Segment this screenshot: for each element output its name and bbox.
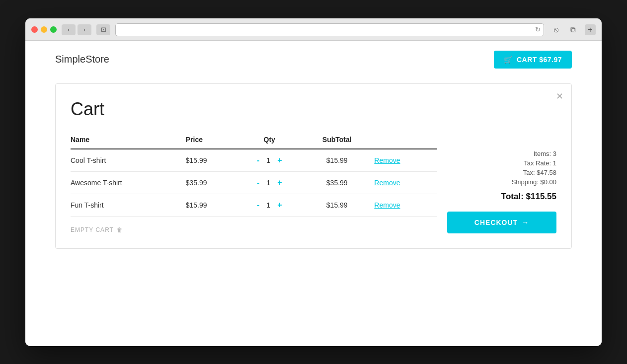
- summary-tax: Tax: $47.58: [447, 169, 556, 176]
- table-row: Awesome T-shirt $35.99 - 1 + $35.99: [71, 171, 437, 194]
- traffic-light-green[interactable]: [50, 26, 57, 33]
- qty-controls-3: - 1 +: [239, 201, 300, 209]
- store-header: SimpleStore 🛒 CART $67.97: [25, 41, 602, 78]
- checkout-icon: →: [522, 218, 529, 226]
- item-qty-cell-2: - 1 +: [239, 171, 305, 194]
- summary-tax-rate: Tax Rate: 1: [447, 159, 556, 167]
- cart-body: Name Price Qty SubTotal Cool T-shirt: [71, 132, 556, 233]
- cart-table-section: Name Price Qty SubTotal Cool T-shirt: [71, 132, 437, 233]
- fullscreen-button[interactable]: ⧉: [566, 24, 580, 35]
- cart-button-label: CART $67.97: [517, 56, 562, 64]
- item-price-1: $15.99: [186, 149, 239, 172]
- tab-button[interactable]: ⊡: [96, 24, 110, 35]
- item-price-2: $35.99: [186, 171, 239, 194]
- qty-increase-2[interactable]: +: [276, 179, 283, 187]
- empty-cart-label: EMPTY CART: [71, 226, 114, 233]
- checkout-button[interactable]: CHECKOUT →: [447, 212, 556, 233]
- browser-actions: ⎋ ⧉: [549, 24, 580, 35]
- remove-button-2[interactable]: Remove: [374, 179, 400, 187]
- forward-button[interactable]: ›: [78, 24, 91, 35]
- qty-decrease-2[interactable]: -: [256, 179, 260, 187]
- qty-value-2: 1: [264, 179, 272, 187]
- qty-controls-1: - 1 +: [239, 156, 300, 164]
- traffic-light-red[interactable]: [31, 26, 38, 33]
- item-name-1: Cool T-shirt: [71, 149, 186, 172]
- summary-items: Items: 3: [447, 150, 556, 157]
- share-button[interactable]: ⎋: [549, 24, 563, 35]
- qty-decrease-3[interactable]: -: [256, 201, 260, 209]
- qty-value-3: 1: [264, 201, 272, 209]
- cart-table: Name Price Qty SubTotal Cool T-shirt: [71, 132, 437, 217]
- cart-summary: Items: 3 Tax Rate: 1 Tax: $47.58 Shippin…: [447, 132, 556, 233]
- checkout-label: CHECKOUT: [474, 218, 518, 226]
- cart-button[interactable]: 🛒 CART $67.97: [494, 51, 572, 69]
- item-qty-cell-1: - 1 +: [239, 149, 305, 172]
- item-name-3: Fun T-shirt: [71, 194, 186, 216]
- browser-chrome: ‹ › ⊡ ↻ ⎋ ⧉ +: [25, 18, 602, 41]
- qty-value-1: 1: [264, 156, 272, 164]
- traffic-lights: [31, 26, 57, 33]
- cart-panel: ✕ Cart Name Price Qty SubTotal: [55, 83, 572, 249]
- address-bar: ↻: [115, 23, 544, 36]
- nav-buttons: ‹ ›: [62, 24, 91, 35]
- item-subtotal-3: $15.99: [305, 194, 374, 216]
- new-tab-button[interactable]: +: [585, 24, 596, 35]
- back-button[interactable]: ‹: [62, 24, 76, 35]
- item-name-2: Awesome T-shirt: [71, 171, 186, 194]
- traffic-light-yellow[interactable]: [41, 26, 47, 33]
- qty-controls-2: - 1 +: [239, 179, 300, 187]
- col-header-name: Name: [71, 132, 186, 149]
- item-price-3: $15.99: [186, 194, 239, 216]
- item-qty-cell-3: - 1 +: [239, 194, 305, 216]
- empty-cart-button[interactable]: EMPTY CART 🗑: [71, 226, 123, 233]
- item-subtotal-1: $15.99: [305, 149, 374, 172]
- summary-total: Total: $115.55: [447, 192, 556, 202]
- store-logo: SimpleStore: [55, 54, 109, 65]
- refresh-button[interactable]: ↻: [535, 26, 541, 33]
- col-header-subtotal: SubTotal: [305, 132, 374, 149]
- cart-close-button[interactable]: ✕: [556, 92, 563, 101]
- qty-decrease-1[interactable]: -: [256, 156, 260, 164]
- remove-button-3[interactable]: Remove: [374, 201, 400, 209]
- cart-icon: 🛒: [504, 56, 513, 64]
- page-content: SimpleStore 🛒 CART $67.97 ✕ Cart Name: [25, 41, 602, 346]
- trash-icon: 🗑: [117, 226, 123, 233]
- table-row: Fun T-shirt $15.99 - 1 + $15.99: [71, 194, 437, 216]
- remove-button-1[interactable]: Remove: [374, 156, 400, 164]
- summary-shipping: Shipping: $0.00: [447, 178, 556, 186]
- item-remove-cell-1: Remove: [374, 149, 437, 172]
- col-header-qty: Qty: [239, 132, 305, 149]
- qty-increase-3[interactable]: +: [276, 201, 283, 209]
- item-remove-cell-2: Remove: [374, 171, 437, 194]
- browser-window: ‹ › ⊡ ↻ ⎋ ⧉ + SimpleStore 🛒 CART $67.97 …: [25, 18, 602, 346]
- col-header-action: [374, 132, 437, 149]
- qty-increase-1[interactable]: +: [276, 156, 283, 164]
- close-icon: ✕: [556, 91, 563, 101]
- item-remove-cell-3: Remove: [374, 194, 437, 216]
- col-header-price: Price: [186, 132, 239, 149]
- table-row: Cool T-shirt $15.99 - 1 + $15.99: [71, 149, 437, 172]
- item-subtotal-2: $35.99: [305, 171, 374, 194]
- cart-title: Cart: [71, 99, 556, 120]
